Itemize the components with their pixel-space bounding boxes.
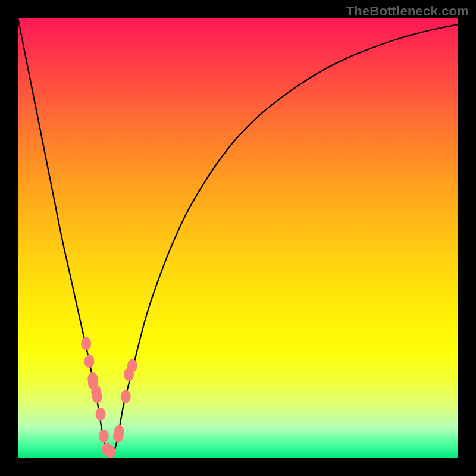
chart-svg	[18, 18, 458, 458]
chart-frame: TheBottleneck.com	[0, 0, 476, 476]
plot-area	[18, 18, 458, 458]
marker-group	[81, 337, 137, 458]
data-marker	[84, 355, 94, 368]
data-marker	[92, 390, 102, 403]
data-marker	[121, 390, 131, 403]
data-marker	[99, 430, 109, 443]
data-marker	[81, 337, 91, 350]
data-marker	[127, 359, 137, 372]
data-marker	[114, 425, 124, 439]
data-marker	[105, 445, 115, 458]
bottleneck-curve	[18, 18, 458, 456]
data-marker	[96, 408, 106, 421]
watermark-text: TheBottleneck.com	[346, 4, 469, 19]
